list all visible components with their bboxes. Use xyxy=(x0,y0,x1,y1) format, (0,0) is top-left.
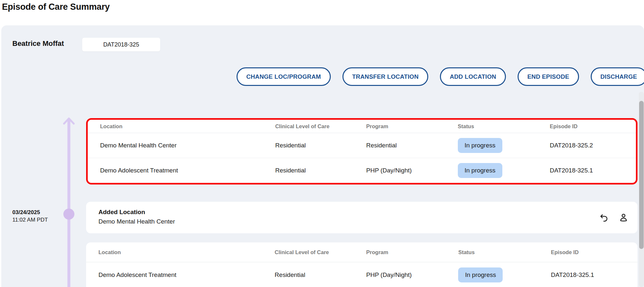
cell-status: In progress xyxy=(458,138,550,153)
table-header-row: Location Clinical Level of Care Program … xyxy=(86,242,638,262)
cell-location: Demo Adolescent Treatment xyxy=(86,271,275,279)
status-badge: In progress xyxy=(458,267,503,282)
cell-location: Demo Mental Health Center xyxy=(88,142,275,149)
cell-program: PHP (Day/Night) xyxy=(366,167,458,174)
current-locations-table: Location Clinical Level of Care Program … xyxy=(86,118,638,184)
cell-clinical-level-of-care: Residential xyxy=(275,142,366,149)
cell-status: In progress xyxy=(458,267,551,282)
timeline-date: 03/24/2025 xyxy=(12,209,48,216)
change-loc-program-button[interactable]: CHANGE LOC/PROGRAM xyxy=(237,67,331,86)
status-badge: In progress xyxy=(458,163,502,178)
cell-program: PHP (Day/Night) xyxy=(366,271,458,279)
column-header-episode-id: Episode ID xyxy=(550,123,636,130)
column-header-location: Location xyxy=(88,123,275,130)
column-header-location: Location xyxy=(86,249,275,255)
episode-actions-toolbar: CHANGE LOC/PROGRAM TRANSFER LOCATION ADD… xyxy=(237,67,638,86)
end-episode-button[interactable]: END EPISODE xyxy=(518,67,579,86)
event-snapshot-table: Location Clinical Level of Care Program … xyxy=(86,242,638,287)
timeline-dot xyxy=(63,209,74,220)
episode-of-care-page: Episode of Care Summary Beatrice Moffat … xyxy=(0,0,644,287)
cell-status: In progress xyxy=(458,163,550,178)
event-location-label: Demo Mental Health Center xyxy=(98,217,638,226)
column-header-program: Program xyxy=(366,123,458,130)
patient-id-badge: DAT2018-325 xyxy=(82,38,160,51)
cell-episode-id: DAT2018-325.2 xyxy=(550,142,636,149)
column-header-program: Program xyxy=(366,249,458,255)
column-header-clinical-level-of-care: Clinical Level of Care xyxy=(275,249,366,255)
vertical-scrollbar-thumb[interactable] xyxy=(639,101,644,249)
timeline-arrow xyxy=(62,115,76,287)
cell-episode-id: DAT2018-325.1 xyxy=(551,271,638,279)
event-action-label: Added Location xyxy=(98,207,638,217)
column-header-status: Status xyxy=(458,123,550,130)
column-header-status: Status xyxy=(458,249,551,255)
table-header-row: Location Clinical Level of Care Program … xyxy=(88,120,636,133)
column-header-clinical-level-of-care: Clinical Level of Care xyxy=(275,123,366,130)
table-row[interactable]: Demo Adolescent Treatment Residential PH… xyxy=(88,158,636,183)
person-icon[interactable] xyxy=(618,212,629,223)
patient-name: Beatrice Moffat xyxy=(12,39,64,48)
timeline-event-card: Added Location Demo Mental Health Center xyxy=(86,202,638,233)
transfer-location-button[interactable]: TRANSFER LOCATION xyxy=(342,67,429,86)
timeline-timestamp: 03/24/2025 11:02 AM PDT xyxy=(12,209,48,224)
event-actions xyxy=(599,212,629,223)
timeline-time: 11:02 AM PDT xyxy=(12,216,48,224)
page-title: Episode of Care Summary xyxy=(2,2,110,12)
cell-program: Residential xyxy=(366,142,458,149)
patient-id-label: DAT2018-325 xyxy=(103,41,139,48)
undo-icon[interactable] xyxy=(599,212,610,223)
column-header-episode-id: Episode ID xyxy=(551,249,638,255)
cell-episode-id: DAT2018-325.1 xyxy=(550,167,636,174)
cell-clinical-level-of-care: Residential xyxy=(275,271,366,279)
table-row[interactable]: Demo Mental Health Center Residential Re… xyxy=(88,133,636,158)
add-location-button[interactable]: ADD LOCATION xyxy=(440,67,506,86)
table-row[interactable]: Demo Adolescent Treatment Residential PH… xyxy=(86,262,638,287)
discharge-button[interactable]: DISCHARGE xyxy=(591,67,644,86)
status-badge: In progress xyxy=(458,138,502,153)
cell-clinical-level-of-care: Residential xyxy=(275,167,366,174)
cell-location: Demo Adolescent Treatment xyxy=(88,167,275,174)
